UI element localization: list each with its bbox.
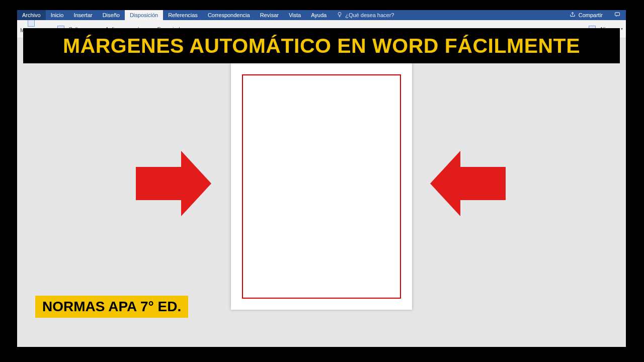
share-label: Compartir: [579, 12, 603, 18]
tab-design[interactable]: Diseño: [98, 10, 125, 20]
tab-view[interactable]: Vista: [284, 10, 306, 20]
overlay-title-text: MÁRGENES AUTOMÁTICO EN WORD FÁCILMENTE: [63, 34, 580, 58]
tell-me-search[interactable]: ¿Qué desea hacer?: [332, 10, 399, 20]
comments-button[interactable]: [609, 10, 626, 20]
arrow-left-icon: [136, 151, 211, 216]
tab-insert[interactable]: Insertar: [68, 10, 97, 20]
tab-home[interactable]: Inicio: [46, 10, 69, 20]
tab-layout[interactable]: Disposición: [125, 10, 163, 20]
document-page[interactable]: [231, 63, 412, 310]
tab-file[interactable]: Archivo: [17, 10, 46, 20]
svg-marker-3: [430, 151, 506, 216]
margins-icon: [28, 20, 35, 27]
tab-mailings[interactable]: Correspondencia: [203, 10, 255, 20]
tab-review[interactable]: Revisar: [255, 10, 284, 20]
comment-icon: [614, 12, 621, 19]
svg-point-0: [338, 13, 341, 16]
share-button[interactable]: Compartir: [564, 10, 609, 20]
overlay-apa-badge: NORMAS APA 7° ED.: [35, 296, 188, 318]
tab-references[interactable]: Referencias: [163, 10, 203, 20]
overlay-title-banner: MÁRGENES AUTOMÁTICO EN WORD FÁCILMENTE: [23, 28, 620, 63]
tell-me-placeholder: ¿Qué desea hacer?: [345, 12, 394, 18]
tab-help[interactable]: Ayuda: [306, 10, 332, 20]
overlay-apa-text: NORMAS APA 7° ED.: [42, 299, 181, 314]
arrow-right-icon: [430, 151, 506, 216]
svg-marker-2: [136, 151, 211, 216]
share-icon: [570, 12, 576, 19]
lightbulb-icon: [337, 12, 343, 19]
ribbon-menubar: Archivo Inicio Insertar Diseño Disposici…: [17, 10, 626, 20]
chevron-down-icon: ▾: [621, 27, 623, 31]
svg-rect-1: [615, 13, 620, 16]
page-margin-border: [242, 74, 401, 299]
